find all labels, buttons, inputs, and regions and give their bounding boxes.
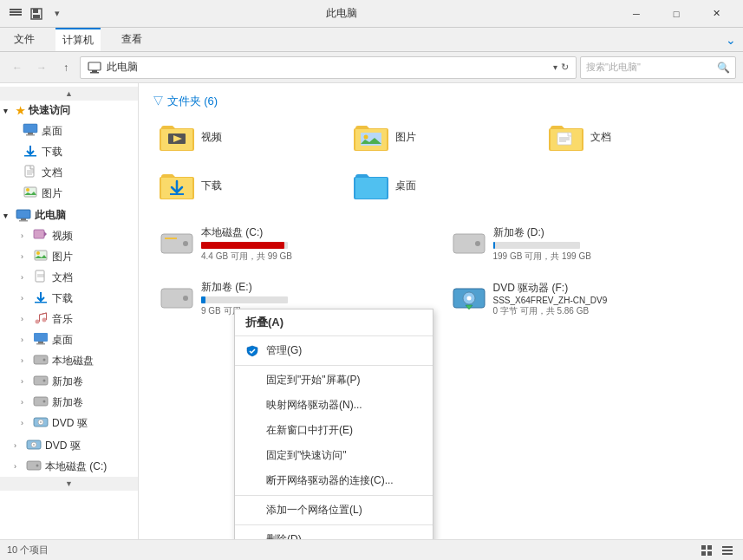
search-bar[interactable]: 搜索"此电脑" 🔍 bbox=[580, 56, 736, 79]
view-tiles-btn[interactable] bbox=[698, 542, 715, 559]
tab-computer[interactable]: 计算机 bbox=[55, 28, 101, 51]
drive-e-icon bbox=[160, 283, 194, 315]
sidebar-item-dvd2[interactable]: › DVD 驱 bbox=[0, 435, 138, 456]
drive-item-f[interactable]: DVD 驱动器 (F:) SSS_X64FREV_ZH-CN_DV9 0 字节 … bbox=[445, 275, 730, 322]
sidebar-item-picture[interactable]: 图片 bbox=[0, 183, 138, 204]
ribbon-help-icon[interactable]: ⌄ bbox=[726, 33, 736, 47]
sidebar-quick-access-header[interactable]: ▾ ★ 快速访问 bbox=[0, 101, 138, 120]
tab-file[interactable]: 文件 bbox=[7, 29, 42, 50]
svg-rect-10 bbox=[28, 133, 33, 134]
svg-rect-1 bbox=[10, 11, 22, 13]
sidebar-item-document[interactable]: 文档 bbox=[0, 162, 138, 183]
svg-rect-11 bbox=[26, 134, 35, 136]
address-bar[interactable]: 此电脑 ▾ ↻ bbox=[80, 56, 577, 79]
sidebar-item-music[interactable]: › 音乐 bbox=[0, 309, 138, 329]
svg-rect-19 bbox=[16, 210, 30, 218]
svg-rect-0 bbox=[10, 9, 22, 10]
sidebar-item-desktop2[interactable]: › 桌面 bbox=[0, 329, 138, 350]
folder-label-document: 文档 bbox=[590, 130, 611, 145]
sidebar-label: 新加卷 bbox=[52, 374, 83, 389]
svg-point-49 bbox=[36, 465, 39, 467]
content-area: ▽ 文件夹 (6) 视频 bbox=[139, 83, 743, 539]
svg-rect-48 bbox=[27, 461, 41, 470]
sidebar-item-picture2[interactable]: › 图片 bbox=[0, 246, 138, 267]
sidebar-label: 新加卷 bbox=[52, 395, 83, 410]
sidebar-item-download2[interactable]: › 下载 bbox=[0, 288, 138, 309]
svg-rect-26 bbox=[36, 270, 44, 282]
svg-rect-13 bbox=[25, 166, 34, 177]
back-button[interactable]: ← bbox=[7, 57, 28, 78]
sidebar-item-local-disk[interactable]: › 本地磁盘 bbox=[0, 350, 138, 371]
svg-point-60 bbox=[183, 241, 188, 246]
ctx-item-manage[interactable]: 管理(G) bbox=[235, 338, 433, 363]
music-icon bbox=[33, 311, 49, 327]
sidebar-item-dvd1[interactable]: › DVD 驱 bbox=[0, 413, 138, 433]
address-dropdown-icon[interactable]: ▾ bbox=[553, 62, 557, 72]
folder-item-picture[interactable]: 图片 bbox=[347, 116, 534, 158]
ctx-item-pin-quick[interactable]: 固定到"快速访问" bbox=[235, 443, 433, 468]
sidebar-this-pc-header[interactable]: ▾ 此电脑 bbox=[0, 205, 138, 225]
picture2-icon bbox=[33, 249, 49, 264]
svg-rect-33 bbox=[34, 333, 48, 342]
folder-item-desktop[interactable]: 桌面 bbox=[347, 165, 534, 206]
folder-label-desktop: 桌面 bbox=[395, 179, 416, 193]
ctx-sep-2 bbox=[235, 495, 433, 496]
computer-icon bbox=[88, 62, 101, 74]
ctx-label: 固定到"快速访问" bbox=[266, 448, 347, 463]
search-icon[interactable]: 🔍 bbox=[717, 62, 730, 74]
view-list-btn[interactable] bbox=[719, 542, 736, 559]
titlebar-icons: ▾ bbox=[7, 5, 66, 23]
folder-item-download[interactable]: 下载 bbox=[153, 165, 340, 206]
ctx-item-add-location[interactable]: 添加一个网络位置(L) bbox=[235, 498, 433, 523]
statusbar-right bbox=[698, 542, 736, 559]
sidebar-scroll-down[interactable]: ▼ bbox=[0, 477, 138, 491]
disconnect-icon bbox=[245, 474, 259, 488]
tab-view[interactable]: 查看 bbox=[114, 29, 149, 50]
sidebar-item-desktop[interactable]: 桌面 bbox=[0, 120, 138, 141]
sidebar-item-new-vol2[interactable]: › 新加卷 bbox=[0, 392, 138, 413]
svg-rect-7 bbox=[92, 70, 97, 72]
sidebar-item-new-vol1[interactable]: › 新加卷 bbox=[0, 371, 138, 392]
svg-rect-34 bbox=[38, 342, 43, 343]
statusbar: 10 个项目 bbox=[0, 539, 743, 560]
sidebar-label: 下载 bbox=[52, 291, 73, 306]
ctx-item-pin-start[interactable]: 固定到"开始"屏幕(P) bbox=[235, 368, 433, 393]
forward-button[interactable]: → bbox=[31, 57, 52, 78]
ctx-item-disconnect[interactable]: 断开网络驱动器的连接(C)... bbox=[235, 468, 433, 493]
sidebar-label: 图片 bbox=[52, 250, 73, 264]
title-save-icon[interactable] bbox=[28, 5, 45, 23]
ctx-item-open-window[interactable]: 在新窗口中打开(E) bbox=[235, 418, 433, 443]
address-text: 此电脑 bbox=[107, 60, 138, 75]
close-button[interactable]: ✕ bbox=[696, 0, 736, 28]
svg-rect-22 bbox=[34, 230, 44, 238]
maximize-button[interactable]: □ bbox=[656, 0, 696, 28]
ctx-header: 折叠(A) bbox=[235, 309, 433, 334]
title-quick-access-icon[interactable] bbox=[7, 5, 24, 23]
folder-item-video[interactable]: 视频 bbox=[153, 116, 340, 158]
sidebar-item-local-c[interactable]: › 本地磁盘 (C:) bbox=[0, 456, 138, 477]
address-refresh-icon[interactable]: ↻ bbox=[561, 62, 569, 73]
ctx-item-map-drive[interactable]: 映射网络驱动器(N)... bbox=[235, 393, 433, 418]
minimize-button[interactable]: ─ bbox=[616, 0, 656, 28]
sidebar-item-document2[interactable]: › 文档 bbox=[0, 267, 138, 288]
sidebar-scroll-up[interactable]: ▲ bbox=[0, 87, 138, 101]
svg-point-25 bbox=[36, 251, 40, 255]
folder-item-document[interactable]: 文档 bbox=[542, 116, 729, 158]
title-arrow-icon[interactable]: ▾ bbox=[49, 5, 66, 23]
sidebar-item-download[interactable]: 下载 bbox=[0, 141, 138, 162]
sidebar-item-video[interactable]: › 视频 bbox=[0, 225, 138, 246]
up-button[interactable]: ↑ bbox=[55, 57, 76, 78]
svg-rect-36 bbox=[34, 355, 48, 364]
svg-rect-8 bbox=[90, 72, 99, 74]
document2-icon bbox=[33, 270, 49, 285]
svg-rect-70 bbox=[701, 545, 706, 550]
shield-icon bbox=[245, 344, 259, 358]
drive-item-c[interactable]: 本地磁盘 (C:) 4.4 GB 可用，共 99 GB bbox=[153, 220, 438, 268]
drive-item-d[interactable]: 新加卷 (D:) 199 GB 可用，共 199 GB bbox=[445, 220, 730, 268]
folder-label-download: 下载 bbox=[201, 179, 222, 193]
ctx-item-delete[interactable]: 删除(D) bbox=[235, 527, 433, 539]
svg-rect-5 bbox=[33, 15, 40, 18]
status-count: 10 个项目 bbox=[7, 544, 49, 557]
folders-header: ▽ 文件夹 (6) bbox=[153, 94, 729, 109]
ctx-label: 管理(G) bbox=[266, 343, 302, 358]
